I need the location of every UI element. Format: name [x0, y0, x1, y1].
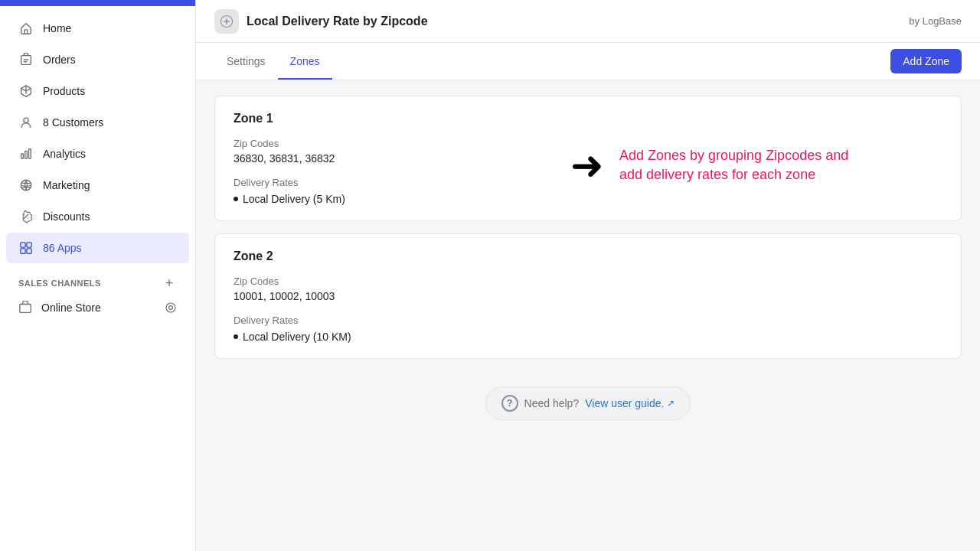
- by-logbase-text: by LogBase: [909, 15, 962, 27]
- svg-rect-3: [25, 151, 28, 158]
- online-store-settings-icon[interactable]: [165, 302, 177, 314]
- zone-1-details: Zip Codes 36830, 36831, 36832 Delivery R…: [234, 138, 479, 205]
- analytics-icon: [18, 146, 34, 161]
- sidebar-item-orders-label: Orders: [43, 54, 76, 66]
- sales-channels-label: SALES CHANNELS: [18, 279, 101, 288]
- zone-1-rates-label: Delivery Rates: [234, 177, 479, 188]
- orders-icon: [18, 52, 34, 67]
- sidebar-item-analytics[interactable]: Analytics: [6, 139, 189, 169]
- sidebar-item-products-label: Products: [43, 85, 85, 97]
- help-pill: ? Need help? View user guide. ↗: [485, 386, 691, 420]
- zone-2-rates-label: Delivery Rates: [234, 315, 942, 326]
- svg-rect-6: [21, 243, 25, 247]
- online-store-label: Online Store: [41, 302, 101, 314]
- tabs-bar: Settings Zones Add Zone: [196, 43, 980, 80]
- zone-1-card: Zone 1 Zip Codes 36830, 36831, 36832 Del…: [214, 96, 962, 221]
- svg-rect-8: [21, 249, 25, 253]
- sidebar-item-online-store[interactable]: Online Store: [6, 295, 189, 321]
- home-icon: [18, 21, 34, 36]
- zone-1-rate-value: Local Delivery (5 Km): [243, 193, 345, 205]
- sidebar-item-marketing[interactable]: Marketing: [6, 170, 189, 201]
- tab-zones[interactable]: Zones: [278, 43, 332, 80]
- zone-2-title: Zone 2: [234, 249, 942, 263]
- need-help-text: Need help?: [524, 397, 580, 409]
- sidebar-item-apps-label: 86 Apps: [43, 242, 82, 254]
- sidebar-nav: Home Orders Products: [0, 6, 195, 551]
- zones-content-area: Zone 1 Zip Codes 36830, 36831, 36832 Del…: [196, 80, 980, 551]
- svg-rect-10: [20, 305, 31, 313]
- sidebar: Home Orders Products: [0, 0, 196, 551]
- bullet-icon: [234, 197, 238, 201]
- sidebar-item-orders[interactable]: Orders: [6, 44, 189, 75]
- zone-1-zip-label: Zip Codes: [234, 138, 479, 149]
- add-zone-button[interactable]: Add Zone: [890, 49, 962, 73]
- help-question-icon: ?: [501, 395, 518, 412]
- annotation-text: Add Zones by grouping Zipcodes and add d…: [619, 146, 864, 184]
- help-bar: ? Need help? View user guide. ↗: [214, 371, 962, 435]
- products-icon: [18, 83, 34, 99]
- svg-point-5: [21, 180, 31, 191]
- zone-2-card: Zone 2 Zip Codes 10001, 10002, 10003 Del…: [214, 233, 962, 359]
- zone-2-rate-item: Local Delivery (10 KM): [234, 331, 942, 343]
- bullet-icon-2: [234, 334, 238, 339]
- online-store-icon: [18, 301, 32, 315]
- zone-2-rate-value: Local Delivery (10 KM): [243, 331, 351, 343]
- sidebar-top-bar: [0, 0, 195, 6]
- sidebar-item-analytics-label: Analytics: [43, 148, 86, 160]
- tab-settings[interactable]: Settings: [214, 43, 278, 80]
- add-sales-channel-button[interactable]: +: [162, 276, 177, 291]
- discounts-icon: [18, 209, 34, 224]
- zone-1-rate-item: Local Delivery (5 Km): [234, 193, 479, 205]
- svg-rect-7: [27, 243, 31, 247]
- apps-icon: [18, 240, 34, 256]
- sales-channels-section: SALES CHANNELS +: [6, 266, 189, 294]
- sidebar-item-products[interactable]: Products: [6, 76, 189, 106]
- sidebar-item-discounts[interactable]: Discounts: [6, 201, 189, 232]
- sidebar-item-apps[interactable]: 86 Apps: [6, 233, 189, 263]
- svg-rect-4: [29, 149, 31, 159]
- app-icon: [214, 9, 239, 34]
- app-title: Local Delivery Rate by Zipcode: [247, 15, 428, 28]
- main-content: Local Delivery Rate by Zipcode by LogBas…: [196, 0, 980, 551]
- zone-1-annotation: ➜ Add Zones by grouping Zipcodes and add…: [479, 138, 864, 185]
- sidebar-item-customers-label: 8 Customers: [43, 116, 103, 129]
- svg-point-12: [169, 306, 173, 310]
- sidebar-item-home[interactable]: Home: [6, 13, 189, 44]
- sidebar-item-marketing-label: Marketing: [43, 179, 90, 191]
- customers-icon: [18, 115, 34, 130]
- zone-2-zip-label: Zip Codes: [234, 276, 942, 287]
- zone-2-zip-value: 10001, 10002, 10003: [234, 290, 942, 302]
- svg-rect-2: [21, 154, 24, 158]
- zone-1-zip-value: 36830, 36831, 36832: [234, 152, 479, 165]
- arrow-right-icon: ➜: [570, 145, 604, 185]
- external-link-icon: ↗: [667, 398, 675, 409]
- sidebar-item-customers[interactable]: 8 Customers: [6, 107, 189, 138]
- sidebar-item-home-label: Home: [43, 22, 71, 34]
- top-bar: Local Delivery Rate by Zipcode by LogBas…: [196, 0, 980, 43]
- zones-list: Zone 1 Zip Codes 36830, 36831, 36832 Del…: [196, 80, 980, 451]
- marketing-icon: [18, 178, 34, 193]
- svg-point-1: [24, 118, 28, 122]
- sidebar-item-discounts-label: Discounts: [43, 210, 90, 223]
- tabs-list: Settings Zones: [214, 43, 332, 80]
- svg-rect-9: [27, 249, 31, 253]
- svg-point-11: [166, 303, 175, 312]
- zone-1-title: Zone 1: [234, 112, 942, 126]
- view-user-guide-link[interactable]: View user guide. ↗: [585, 397, 675, 409]
